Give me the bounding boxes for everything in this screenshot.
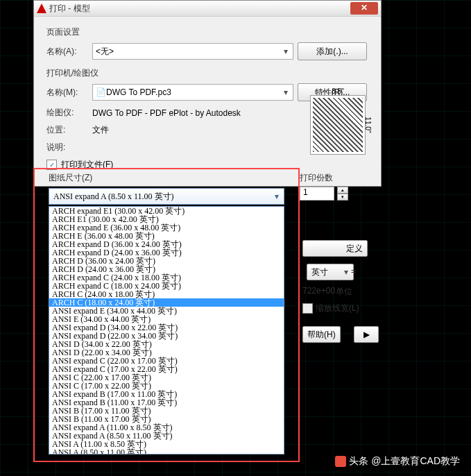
expand-button[interactable]: ▶ (354, 326, 379, 343)
add-button[interactable]: 添加(.)... (298, 42, 367, 60)
page-setup-section: 页面设置 (46, 26, 368, 38)
scale-checkbox[interactable] (302, 303, 313, 314)
define-button[interactable]: 定义 (302, 240, 368, 257)
value-722: 722e+00 (302, 286, 335, 296)
paper-size-listbox[interactable]: ARCH expand E1 (30.00 x 42.00 英寸)ARCH E1… (49, 206, 284, 454)
page-name-select[interactable]: <无>▾ (92, 43, 293, 60)
copies-panel: 打印份数 1 ▴ ▾ (300, 172, 376, 201)
unit-select[interactable]: 英寸▾ (307, 264, 354, 280)
chevron-down-icon: ▾ (280, 87, 291, 98)
printer-select[interactable]: 📄 DWG To PDF.pc3▾ (92, 84, 293, 101)
print-dialog: 打印 - 模型 ✕ 页面设置 名称(A): <无>▾ 添加(.)... 打印机/… (33, 0, 382, 187)
printer-name-label: 名称(M): (46, 87, 88, 99)
chevron-down-icon: ▾ (271, 191, 282, 202)
plotter-value: DWG To PDF - PDF ePlot - by Autodesk (92, 108, 241, 118)
desc-label: 说明: (46, 142, 88, 153)
paper-preview: 8.5'' 11.0'' (310, 95, 366, 155)
copies-label: 打印份数 (300, 172, 376, 184)
chevron-down-icon: ▾ (280, 46, 291, 57)
printer-section: 打印机/绘图仪 (46, 67, 368, 79)
unit2-label: 单位 (336, 286, 352, 298)
copies-up[interactable]: ▴ (337, 187, 348, 194)
toutiao-icon (335, 456, 346, 467)
where-value: 文件 (92, 124, 109, 136)
name-label: 名称(A): (46, 46, 88, 58)
app-icon (37, 3, 46, 13)
chevron-down-icon: ▾ (341, 266, 352, 278)
titlebar[interactable]: 打印 - 模型 ✕ (34, 1, 381, 17)
plotter-label: 绘图仪: (46, 107, 88, 119)
scale-lineweight: 缩放线宽(L) (302, 303, 359, 314)
paper-size-highlight: 图纸尺寸(Z) ANSI expand A (8.50 x 11.00 英寸) … (33, 168, 300, 462)
paper-option[interactable]: ANSI A (8.50 x 11.00 英寸) (49, 448, 284, 454)
close-button[interactable]: ✕ (350, 2, 378, 15)
paper-size-select[interactable]: ANSI expand A (8.50 x 11.00 英寸) ▾ (49, 188, 284, 205)
copies-input[interactable]: 1 (300, 187, 334, 201)
window-title: 打印 - 模型 (49, 3, 350, 15)
copies-down[interactable]: ▾ (337, 194, 348, 201)
watermark: 头条 @上壹教育CAD教学 (329, 452, 465, 470)
paper-size-label: 图纸尺寸(Z) (49, 172, 298, 184)
where-label: 位置: (46, 124, 88, 136)
help-button[interactable]: 帮助(H) (302, 326, 341, 343)
equals-label: = (351, 266, 356, 276)
